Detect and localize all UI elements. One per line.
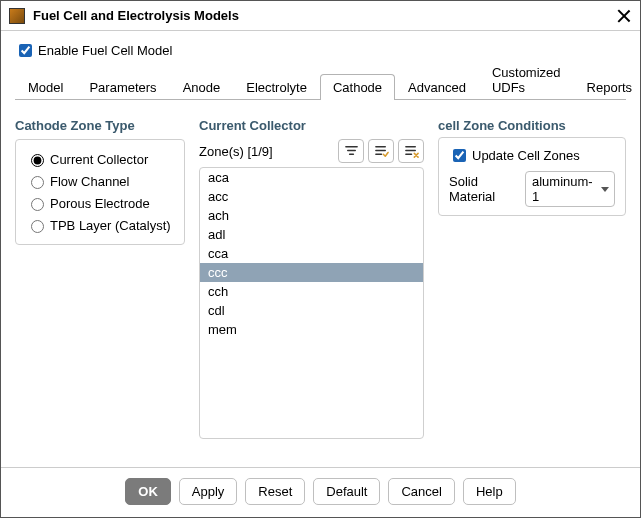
reset-button[interactable]: Reset	[245, 478, 305, 505]
ok-button[interactable]: OK	[125, 478, 171, 505]
tab-parameters[interactable]: Parameters	[76, 74, 169, 100]
enable-model-label: Enable Fuel Cell Model	[38, 43, 172, 58]
default-button[interactable]: Default	[313, 478, 380, 505]
zone-type-radio[interactable]	[31, 220, 44, 233]
zone-type-option-current-collector[interactable]: Current Collector	[26, 148, 174, 170]
zone-type-radio[interactable]	[31, 176, 44, 189]
zone-type-label: TPB Layer (Catalyst)	[50, 218, 171, 233]
zone-type-radio[interactable]	[31, 198, 44, 211]
zone-item-ach[interactable]: ach	[200, 206, 423, 225]
tab-advanced[interactable]: Advanced	[395, 74, 479, 100]
zone-item-adl[interactable]: adl	[200, 225, 423, 244]
tab-reports[interactable]: Reports	[574, 74, 641, 100]
dialog-window: Fuel Cell and Electrolysis Models Enable…	[0, 0, 641, 518]
cell-zone-conditions-group: Update Cell Zones Solid Material aluminu…	[438, 137, 626, 216]
solid-material-value: aluminum-1	[532, 174, 593, 204]
update-cell-zones-label: Update Cell Zones	[472, 148, 580, 163]
filter-list-icon[interactable]	[338, 139, 364, 163]
enable-model-input[interactable]	[19, 44, 32, 57]
zone-item-cch[interactable]: cch	[200, 282, 423, 301]
deselect-all-icon[interactable]	[398, 139, 424, 163]
tab-customized-udfs[interactable]: Customized UDFs	[479, 59, 574, 100]
close-icon[interactable]	[616, 8, 632, 24]
zones-header: Zone(s) [1/9]	[199, 139, 424, 163]
tab-cathode[interactable]: Cathode	[320, 74, 395, 100]
update-cell-zones-input[interactable]	[453, 149, 466, 162]
zones-listbox[interactable]: acaaccachadlccaccccchcdlmem	[199, 167, 424, 439]
zone-item-cdl[interactable]: cdl	[200, 301, 423, 320]
zone-item-cca[interactable]: cca	[200, 244, 423, 263]
content-area: Cathode Zone Type Current CollectorFlow …	[15, 100, 626, 461]
solid-material-label: Solid Material	[449, 174, 519, 204]
title-bar: Fuel Cell and Electrolysis Models	[1, 1, 640, 31]
zone-type-option-flow-channel[interactable]: Flow Channel	[26, 170, 174, 192]
cathode-zone-type-title: Cathode Zone Type	[15, 118, 185, 133]
zone-item-aca[interactable]: aca	[200, 168, 423, 187]
select-all-icon[interactable]	[368, 139, 394, 163]
dialog-body: Enable Fuel Cell Model ModelParametersAn…	[1, 31, 640, 467]
cancel-button[interactable]: Cancel	[388, 478, 454, 505]
zone-type-option-tpb-layer-catalyst-[interactable]: TPB Layer (Catalyst)	[26, 214, 174, 236]
help-button[interactable]: Help	[463, 478, 516, 505]
tab-strip: ModelParametersAnodeElectrolyteCathodeAd…	[15, 72, 626, 100]
zones-count-label: Zone(s) [1/9]	[199, 144, 334, 159]
zone-type-label: Current Collector	[50, 152, 148, 167]
app-icon	[9, 8, 25, 24]
solid-material-select[interactable]: aluminum-1	[525, 171, 615, 207]
tab-anode[interactable]: Anode	[170, 74, 234, 100]
zone-item-ccc[interactable]: ccc	[200, 263, 423, 282]
zone-item-mem[interactable]: mem	[200, 320, 423, 339]
zone-type-radio[interactable]	[31, 154, 44, 167]
zone-type-option-porous-electrode[interactable]: Porous Electrode	[26, 192, 174, 214]
current-collector-title: Current Collector	[199, 118, 424, 133]
current-collector-column: Current Collector Zone(s) [1/9] acaaccac…	[199, 118, 424, 461]
cathode-zone-type-group: Current CollectorFlow ChannelPorous Elec…	[15, 139, 185, 245]
apply-button[interactable]: Apply	[179, 478, 238, 505]
tab-model[interactable]: Model	[15, 74, 76, 100]
solid-material-row: Solid Material aluminum-1	[449, 171, 615, 207]
cell-zone-conditions-title: cell Zone Conditions	[438, 118, 626, 133]
dialog-footer: OK Apply Reset Default Cancel Help	[1, 467, 640, 517]
zone-type-label: Porous Electrode	[50, 196, 150, 211]
tab-electrolyte[interactable]: Electrolyte	[233, 74, 320, 100]
cathode-zone-type-column: Cathode Zone Type Current CollectorFlow …	[15, 118, 185, 461]
update-cell-zones-checkbox[interactable]: Update Cell Zones	[449, 146, 615, 165]
window-title: Fuel Cell and Electrolysis Models	[33, 8, 616, 23]
enable-model-checkbox[interactable]: Enable Fuel Cell Model	[15, 41, 626, 60]
cell-zone-conditions-column: cell Zone Conditions Update Cell Zones S…	[438, 118, 626, 461]
zone-type-label: Flow Channel	[50, 174, 130, 189]
zone-item-acc[interactable]: acc	[200, 187, 423, 206]
